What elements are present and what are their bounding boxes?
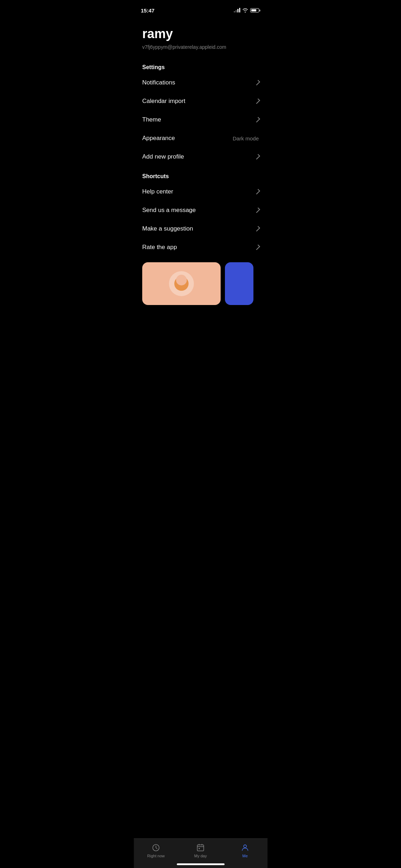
settings-calendar-import[interactable]: Calendar import bbox=[134, 92, 267, 110]
profile-email: v7fj6yppym@privaterelay.appleid.com bbox=[142, 44, 259, 50]
shortcuts-make-suggestion-label: Make a suggestion bbox=[142, 225, 193, 232]
settings-theme[interactable]: Theme bbox=[134, 110, 267, 129]
chevron-icon bbox=[255, 207, 260, 213]
shortcuts-send-message-label: Send us a message bbox=[142, 207, 196, 214]
chevron-icon bbox=[255, 98, 260, 104]
battery-icon bbox=[250, 8, 260, 12]
settings-notifications[interactable]: Notifications bbox=[134, 73, 267, 92]
signal-icon bbox=[234, 8, 240, 12]
shortcuts-help-center[interactable]: Help center bbox=[134, 182, 267, 201]
promo-cards bbox=[134, 257, 267, 305]
shortcuts-send-message[interactable]: Send us a message bbox=[134, 201, 267, 219]
status-icons bbox=[234, 8, 260, 12]
moon-graphic bbox=[169, 271, 194, 296]
wifi-icon bbox=[242, 8, 248, 12]
shortcuts-menu: Help center Send us a message Make a sug… bbox=[134, 182, 267, 257]
settings-calendar-import-label: Calendar import bbox=[142, 98, 185, 105]
chevron-icon bbox=[255, 117, 260, 123]
shortcuts-help-center-label: Help center bbox=[142, 188, 173, 195]
shortcuts-section-header: Shortcuts bbox=[134, 166, 267, 182]
settings-add-new-profile-label: Add new profile bbox=[142, 153, 184, 160]
promo-card-blue[interactable] bbox=[225, 262, 253, 305]
status-bar: 15:47 bbox=[134, 0, 267, 16]
settings-appearance-label: Appearance bbox=[142, 135, 175, 142]
chevron-icon bbox=[255, 154, 260, 160]
chevron-icon bbox=[255, 80, 260, 86]
settings-theme-label: Theme bbox=[142, 116, 161, 123]
shortcuts-rate-app[interactable]: Rate the app bbox=[134, 238, 267, 257]
chevron-icon bbox=[255, 244, 260, 250]
promo-card-peach[interactable] bbox=[142, 262, 221, 305]
settings-menu: Notifications Calendar import Theme Appe… bbox=[134, 73, 267, 166]
chevron-icon bbox=[255, 226, 260, 232]
profile-section: ramy v7fj6yppym@privaterelay.appleid.com bbox=[134, 16, 267, 57]
chevron-icon bbox=[255, 189, 260, 195]
settings-add-new-profile[interactable]: Add new profile bbox=[134, 148, 267, 166]
shortcuts-rate-app-label: Rate the app bbox=[142, 244, 177, 251]
settings-section-header: Settings bbox=[134, 57, 267, 73]
status-time: 15:47 bbox=[141, 7, 154, 14]
settings-notifications-label: Notifications bbox=[142, 79, 175, 86]
settings-appearance[interactable]: Appearance Dark mode bbox=[134, 129, 267, 148]
appearance-value: Dark mode bbox=[233, 135, 259, 141]
shortcuts-make-suggestion[interactable]: Make a suggestion bbox=[134, 219, 267, 238]
profile-name: ramy bbox=[142, 26, 259, 41]
